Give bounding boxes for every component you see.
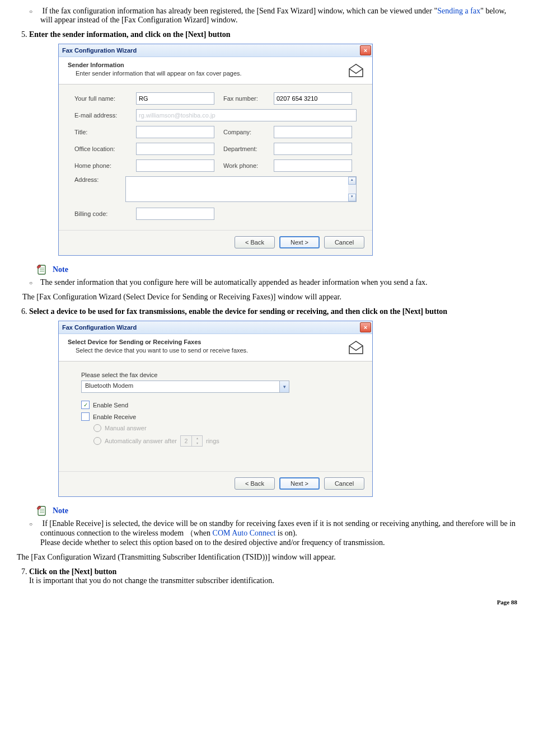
note-block-2: Note [36, 505, 517, 517]
label-fullname: Your full name: [74, 95, 133, 102]
label-homephone: Home phone: [74, 162, 133, 169]
fax-icon [346, 339, 366, 358]
para-after-note-1: The [Fax Configuration Wizard (Select De… [22, 293, 517, 302]
step-5: Enter the sender information, and click … [29, 30, 517, 256]
chevron-down-icon[interactable]: ▾ [279, 381, 289, 392]
manual-answer-radio [93, 424, 101, 432]
wizard-header-title: Select Device for Sending or Receiving F… [68, 339, 248, 345]
label-address: Address: [74, 176, 122, 183]
bullet-list-pre5: If the fax configuration information has… [17, 7, 517, 25]
next-button[interactable]: Next > [279, 477, 320, 490]
company-field[interactable] [274, 126, 352, 138]
label-please-select: Please select the fax device [81, 372, 350, 378]
step-6: Select a device to be used for fax trans… [29, 307, 517, 497]
fax-device-value: Bluetooth Modem [82, 381, 279, 392]
text: If the fax configuration information has… [43, 7, 438, 15]
label-billing: Billing code: [74, 210, 133, 217]
wizard-header-sub: Enter sender information that will appea… [68, 70, 242, 77]
address-field[interactable]: ▴▾ [125, 176, 357, 202]
wizard-header: Select Device for Sending or Receiving F… [59, 334, 372, 361]
page-number: Page 88 [17, 599, 517, 605]
wizard-footer: < Back Next > Cancel [59, 230, 372, 255]
homephone-field[interactable] [136, 159, 214, 172]
wizard-header-title: Sender Information [68, 62, 242, 68]
workphone-field[interactable] [274, 159, 352, 172]
step-7: Click on the [Next] button It is importa… [29, 567, 517, 585]
label-office: Office location: [74, 145, 133, 152]
wizard-titlebar: Fax Configuration Wizard × [59, 44, 372, 57]
manual-answer-label: Manual answer [105, 425, 147, 431]
com-auto-connect-link[interactable]: COM Auto Connect [213, 529, 276, 537]
back-button[interactable]: < Back [235, 236, 275, 248]
enable-send-checkbox[interactable]: ✓ [81, 401, 90, 409]
note-1-bullets: The sender information that you configur… [17, 278, 517, 287]
auto-answer-label: Automatically answer after [105, 438, 177, 444]
step-up-icon: ▴ [191, 436, 202, 441]
label-faxnumber: Fax number: [218, 95, 270, 102]
wizard-body: Your full name: Fax number: E-mail addre… [59, 84, 372, 230]
wizard-body: Please select the fax device Bluetooth M… [59, 361, 372, 471]
faxnumber-field[interactable] [274, 92, 352, 105]
para-after-note-2: The [Fax Configuration Wizard (Transmitt… [17, 553, 517, 562]
rings-value: 2 [181, 438, 191, 444]
back-button[interactable]: < Back [235, 477, 275, 490]
step-6-title: Select a device to be used for fax trans… [29, 307, 447, 316]
note-block-1: Note [36, 264, 517, 276]
fullname-field[interactable] [136, 92, 214, 105]
close-icon[interactable]: × [360, 45, 371, 55]
enable-send-label: Enable Send [93, 402, 128, 408]
note-icon [36, 264, 48, 276]
billing-field[interactable] [136, 208, 214, 220]
fax-icon [346, 62, 366, 81]
cancel-button[interactable]: Cancel [324, 236, 364, 248]
enable-receive-label: Enable Receive [93, 414, 136, 420]
step-5-title: Enter the sender information, and click … [29, 30, 231, 39]
scroll-down-icon[interactable]: ▾ [348, 194, 356, 201]
wizard-header-sub: Select the device that you want to use t… [68, 347, 248, 354]
label-workphone: Work phone: [218, 162, 270, 169]
fax-wizard-select-device: Fax Configuration Wizard × Select Device… [58, 321, 373, 497]
step-7-body: It is important that you do not change t… [29, 576, 274, 585]
next-button[interactable]: Next > [279, 236, 320, 248]
label-department: Department: [218, 145, 270, 152]
label-company: Company: [218, 129, 270, 135]
window-title: Fax Configuration Wizard [62, 324, 137, 331]
close-icon[interactable]: × [360, 322, 371, 332]
cancel-button[interactable]: Cancel [324, 477, 364, 490]
auto-answer-radio [93, 437, 101, 445]
fax-wizard-sender-info: Fax Configuration Wizard × Sender Inform… [58, 44, 373, 256]
step-down-icon: ▾ [191, 441, 202, 446]
rings-label: rings [206, 438, 219, 444]
note-2-text: If [Enable Receive] is selected, the dev… [40, 519, 517, 547]
note-label: Note [53, 265, 68, 274]
office-field[interactable] [136, 143, 214, 155]
note-icon [36, 505, 48, 517]
enable-receive-checkbox[interactable] [81, 412, 90, 421]
sending-a-fax-link[interactable]: Sending a fax [437, 7, 480, 15]
label-email: E-mail address: [74, 112, 133, 119]
fax-device-combo[interactable]: Bluetooth Modem ▾ [81, 381, 289, 393]
scroll-up-icon[interactable]: ▴ [348, 177, 356, 185]
rings-stepper: 2 ▴▾ [180, 435, 203, 447]
bullet-pre5: If the fax configuration information has… [40, 7, 517, 25]
window-title: Fax Configuration Wizard [62, 47, 137, 54]
wizard-titlebar: Fax Configuration Wizard × [59, 321, 372, 334]
scrollbar[interactable]: ▴▾ [348, 177, 356, 201]
wizard-header: Sender Information Enter sender informat… [59, 57, 372, 84]
wizard-footer: < Back Next > Cancel [59, 471, 372, 496]
department-field[interactable] [274, 143, 352, 155]
title-field[interactable] [136, 126, 214, 138]
note-1-text: The sender information that you configur… [40, 278, 517, 287]
note-2-bullets: If [Enable Receive] is selected, the dev… [17, 519, 517, 547]
label-title: Title: [74, 129, 133, 135]
email-field[interactable] [136, 109, 357, 121]
note-label: Note [53, 506, 68, 515]
step-7-title: Click on the [Next] button [29, 567, 116, 576]
